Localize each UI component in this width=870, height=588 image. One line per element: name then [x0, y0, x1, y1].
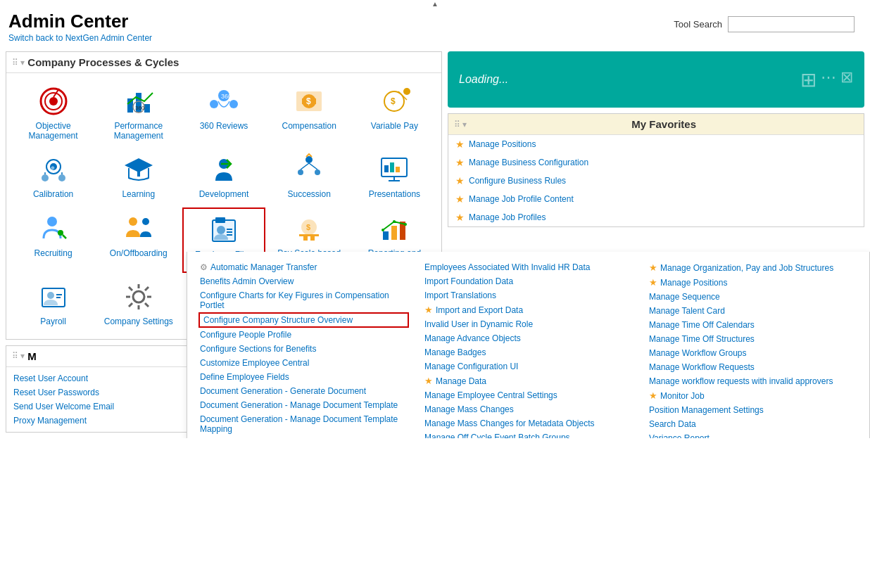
- dropdown-item[interactable]: Manage Workflow Requests: [648, 360, 858, 374]
- dropdown-item[interactable]: Position Management Settings: [648, 403, 858, 417]
- dropdown-link[interactable]: Manage Data: [436, 376, 486, 386]
- dropdown-item[interactable]: Manage Employee Central Settings: [423, 388, 633, 402]
- dropdown-item[interactable]: Configure Sections for Benefits: [198, 342, 409, 356]
- bottom-link[interactable]: Proxy Management: [13, 414, 181, 428]
- dropdown-link[interactable]: Customize Employee Central: [200, 358, 309, 368]
- dropdown-item[interactable]: Import Translations: [423, 288, 633, 302]
- bottom-link[interactable]: Send User Welcome Email: [13, 400, 181, 414]
- grid-item-performance[interactable]: 360 Performance Management: [97, 80, 179, 146]
- dropdown-link[interactable]: Configure Company Structure Overview: [203, 315, 353, 325]
- dropdown-item[interactable]: Manage Mass Changes: [423, 402, 633, 416]
- favorite-item[interactable]: ★ Manage Job Profiles: [448, 208, 864, 226]
- dropdown-item[interactable]: ★Manage Positions: [648, 275, 858, 290]
- dropdown-item[interactable]: Configure People Profile: [198, 328, 409, 342]
- dropdown-item[interactable]: Invalid User in Dynamic Role: [423, 317, 633, 331]
- favorite-item[interactable]: ★ Manage Job Profile Content: [448, 190, 864, 208]
- favorite-link[interactable]: Configure Business Rules: [469, 176, 566, 186]
- dropdown-link[interactable]: Import and Export Data: [436, 305, 523, 315]
- dropdown-link[interactable]: Manage Configuration UI: [424, 362, 518, 371]
- dropdown-link[interactable]: Search Data: [649, 419, 696, 429]
- grid-item-compensation[interactable]: $ Compensation: [268, 80, 351, 146]
- dropdown-item[interactable]: Manage Sequence: [648, 290, 858, 304]
- grid-item-recruiting[interactable]: Recruiting: [12, 207, 94, 273]
- dropdown-link[interactable]: Manage Mass Changes for Metadata Objects: [424, 418, 594, 428]
- grid-item-payroll[interactable]: Payroll: [12, 276, 94, 332]
- dropdown-item[interactable]: Manage Advance Objects: [423, 331, 633, 345]
- grid-item-onoff[interactable]: On/Offboarding: [97, 207, 179, 273]
- bottom-link[interactable]: Reset User Account: [13, 371, 181, 385]
- grid-item-company_settings[interactable]: Company Settings: [97, 276, 179, 332]
- dropdown-link[interactable]: Variance Report: [649, 433, 710, 438]
- dropdown-item[interactable]: Variance Report: [648, 431, 858, 438]
- grid-item-development[interactable]: Development: [182, 148, 265, 205]
- favorite-item[interactable]: ★ Manage Business Configuration: [448, 153, 864, 172]
- dropdown-item[interactable]: Document Generation - Manage Document Te…: [198, 412, 409, 436]
- dropdown-link[interactable]: Manage Badges: [424, 347, 486, 357]
- dropdown-item[interactable]: Customize Employee Central: [198, 356, 409, 370]
- favorite-link[interactable]: Manage Job Profiles: [469, 212, 546, 222]
- grid-item-variable_pay[interactable]: $ Variable Pay: [353, 80, 436, 146]
- dropdown-link[interactable]: Import Translations: [424, 290, 496, 300]
- dropdown-link[interactable]: Document Generation - Manage Document Te…: [200, 400, 398, 410]
- dropdown-item[interactable]: Manage Off Cycle Event Batch Groups: [423, 430, 633, 438]
- dropdown-item[interactable]: Configure Company Structure Overview: [198, 312, 409, 328]
- dropdown-item[interactable]: ★Monitor Job: [648, 388, 858, 403]
- dropdown-item[interactable]: ★Manage Organization, Pay and Job Struct…: [648, 260, 858, 275]
- grid-item-calibration[interactable]: ⊕ Calibration: [12, 148, 94, 205]
- dropdown-item[interactable]: Document Generation - Manage Document Te…: [198, 398, 409, 412]
- dropdown-item[interactable]: ★Import and Export Data: [423, 302, 633, 317]
- dropdown-link[interactable]: Manage Workflow Requests: [649, 362, 755, 372]
- dropdown-link[interactable]: Manage Time Off Structures: [649, 334, 755, 344]
- dropdown-link[interactable]: Monitor Job: [660, 391, 705, 401]
- dropdown-item[interactable]: Employees Associated With Invalid HR Dat…: [423, 260, 633, 274]
- dropdown-item[interactable]: Manage Configuration UI: [423, 359, 633, 373]
- favorite-item[interactable]: ★ Configure Business Rules: [448, 172, 864, 190]
- dropdown-item[interactable]: Manage Time Off Calendars: [648, 318, 858, 332]
- dropdown-link[interactable]: Configure Sections for Benefits: [200, 344, 316, 354]
- dropdown-link[interactable]: Import Foundation Data: [424, 276, 513, 286]
- dropdown-link[interactable]: Employees Associated With Invalid HR Dat…: [424, 262, 590, 272]
- dropdown-link[interactable]: Benefits Admin Overview: [200, 276, 294, 286]
- dropdown-link[interactable]: Automatic Manager Transfer: [210, 262, 317, 272]
- dropdown-item[interactable]: Import Foundation Data: [423, 274, 633, 288]
- favorite-item[interactable]: ★ Manage Positions: [448, 135, 864, 153]
- dropdown-link[interactable]: Manage Positions: [660, 278, 727, 288]
- grid-item-learning[interactable]: Learning: [97, 148, 179, 205]
- dropdown-link[interactable]: Invalid User in Dynamic Role: [424, 319, 533, 329]
- dropdown-link[interactable]: Configure Charts for Key Figures in Comp…: [200, 290, 408, 310]
- favorite-link[interactable]: Manage Positions: [469, 139, 536, 149]
- dropdown-link[interactable]: Manage Employee Central Settings: [424, 390, 557, 400]
- dropdown-link[interactable]: Manage Talent Card: [649, 306, 725, 316]
- top-chevron[interactable]: ▲: [0, 0, 870, 8]
- tool-search-input[interactable]: [728, 16, 855, 32]
- dropdown-item[interactable]: Manage Time Off Structures: [648, 332, 858, 346]
- dropdown-item[interactable]: Benefits Admin Overview: [198, 274, 409, 288]
- grid-item-presentations[interactable]: Presentations: [353, 148, 436, 205]
- dropdown-item[interactable]: Manage Badges: [423, 345, 633, 359]
- dropdown-item[interactable]: ⚙Automatic Manager Transfer: [198, 260, 409, 274]
- dropdown-item[interactable]: ★Manage Data: [423, 373, 633, 388]
- dropdown-item[interactable]: Manage workflow requests with invalid ap…: [648, 374, 858, 388]
- dropdown-link[interactable]: Manage Time Off Calendars: [649, 320, 755, 330]
- switch-link[interactable]: Switch back to NextGen Admin Center: [8, 33, 152, 43]
- dropdown-link[interactable]: Manage workflow requests with invalid ap…: [649, 376, 833, 386]
- dropdown-link[interactable]: Manage Organization, Pay and Job Structu…: [660, 263, 833, 273]
- dropdown-item[interactable]: Search Data: [648, 417, 858, 431]
- bottom-link[interactable]: Reset User Passwords: [13, 385, 181, 400]
- dropdown-item[interactable]: Define Employee Fields: [198, 370, 409, 384]
- dropdown-link[interactable]: Document Generation - Generate Document: [200, 386, 366, 396]
- grid-item-objective[interactable]: Objective Management: [12, 80, 94, 146]
- dropdown-item[interactable]: Manage Talent Card: [648, 304, 858, 318]
- dropdown-link[interactable]: Define Employee Fields: [200, 372, 289, 382]
- favorite-link[interactable]: Manage Business Configuration: [469, 158, 588, 167]
- dropdown-link[interactable]: Position Management Settings: [649, 405, 764, 415]
- dropdown-item[interactable]: Configure Charts for Key Figures in Comp…: [198, 288, 409, 312]
- dropdown-item[interactable]: Document Generation - Generate Document: [198, 384, 409, 398]
- grid-item-succession[interactable]: Succession: [268, 148, 351, 205]
- dropdown-link[interactable]: Manage Sequence: [649, 292, 720, 302]
- dropdown-link[interactable]: Manage Mass Changes: [424, 404, 514, 414]
- dropdown-item[interactable]: Manage Mass Changes for Metadata Objects: [423, 416, 633, 430]
- grid-item-reviews[interactable]: 360 360 Reviews: [182, 80, 265, 146]
- dropdown-item[interactable]: Manage Workflow Groups: [648, 346, 858, 360]
- dropdown-link[interactable]: Configure People Profile: [200, 330, 291, 340]
